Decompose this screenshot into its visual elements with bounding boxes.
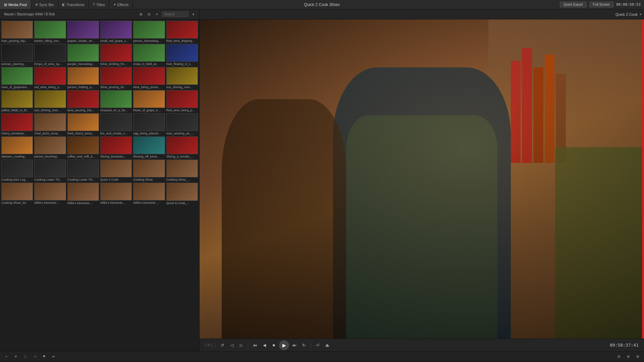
media-item[interactable]: Cooking Lower Thi... xyxy=(34,160,66,181)
media-item-label: Cooking Show xyxy=(133,178,165,181)
tl-split-button[interactable]: ⌶ xyxy=(21,353,29,360)
media-item-label: Cooking Show_tvc xyxy=(1,201,33,204)
media-item[interactable]: Cooking Intro Log... xyxy=(1,160,33,181)
media-item-label: man_wearing_an_... xyxy=(166,132,198,135)
media-item[interactable]: Millie's Moments ... xyxy=(67,183,99,204)
loop-button[interactable]: ↺ xyxy=(218,341,226,349)
media-item[interactable]: Cooking Lower Thi... xyxy=(67,160,99,181)
media-item[interactable]: fried_cherry_toma... xyxy=(67,113,99,135)
media-item-label: Quick 2 Cook xyxy=(100,178,132,181)
stop-button[interactable]: ■ xyxy=(270,341,278,349)
tab-transitions[interactable]: ◧ Transitions xyxy=(58,0,89,9)
media-item[interactable]: person_brushing... xyxy=(34,136,66,158)
media-item[interactable]: Millie's Moments ... xyxy=(100,183,132,204)
media-item[interactable]: red_wine_being_p... xyxy=(34,67,66,89)
grid-view-button[interactable]: ⊟ xyxy=(146,11,152,18)
mark-out-button[interactable]: ⏏ xyxy=(323,341,331,349)
step-back-button[interactable]: ◀ xyxy=(260,341,268,349)
media-item[interactable]: Millie's Moments ... xyxy=(34,183,66,204)
go-end-button[interactable]: ⏭ xyxy=(290,341,299,349)
media-item[interactable]: sun_shining_over... xyxy=(34,90,66,112)
viewer-dropdown-icon[interactable]: ▾ xyxy=(640,12,641,16)
media-item[interactable]: Drops_of_wine_sp... xyxy=(34,44,66,66)
media-item[interactable]: Red_wine_being_p... xyxy=(166,90,198,112)
media-item[interactable]: Quick 2 Cook xyxy=(100,160,132,181)
media-item[interactable]: small_red_grape_c... xyxy=(100,21,132,43)
media-item[interactable]: coffee_and_milk_b... xyxy=(67,136,99,158)
media-item[interactable]: vineyard_on_a_far... xyxy=(100,90,132,112)
viewer-label: Quick 2 Cook xyxy=(615,12,638,16)
media-item[interactable]: wine_pouring_into... xyxy=(67,90,99,112)
loop-section-button[interactable]: ↻ xyxy=(300,341,308,349)
media-item[interactable]: people_harvesting... xyxy=(67,44,99,66)
marker-next-button[interactable]: ▷ xyxy=(237,341,245,349)
media-item[interactable]: man_pouring_liqu... xyxy=(1,21,33,43)
media-item[interactable]: Wine_pouring_int... xyxy=(100,67,132,89)
media-item[interactable]: egg_being_placed... xyxy=(133,113,165,135)
mark-in-button[interactable]: ⏎ xyxy=(314,341,322,349)
timeline-toolbar-left: ＋ ✕ ⌶ ⊣ ⚑ ⇔ xyxy=(3,353,57,360)
tl-ripple-button[interactable]: ⇔ xyxy=(50,353,57,360)
full-screen-button[interactable]: Full Screen xyxy=(589,2,614,7)
search-input[interactable] xyxy=(162,11,189,17)
media-item[interactable]: fire_and_smoke_c... xyxy=(100,113,132,135)
quick-export-button[interactable]: Quick Export xyxy=(560,2,586,7)
media-item-label: egg_being_placed... xyxy=(133,132,165,135)
media-item[interactable]: grapes_cluster_on... xyxy=(67,21,99,43)
media-item[interactable]: Slicing_a_tomato_... xyxy=(166,136,198,158)
tab-media-pool[interactable]: ▤ Media Pool xyxy=(0,0,31,9)
preview-video xyxy=(200,19,644,339)
tab-effects[interactable]: ✦ Effects xyxy=(109,0,133,9)
tl-delete-button[interactable]: ✕ xyxy=(12,353,19,360)
media-item[interactable]: Cooking Show xyxy=(133,160,165,181)
media-item[interactable]: woman_opening... xyxy=(1,44,33,66)
media-item[interactable]: cherry_tomatoes... xyxy=(1,113,33,135)
media-item[interactable]: Chef_picks_toma... xyxy=(34,113,66,135)
tl-zoom-in-button[interactable]: ⊕ xyxy=(625,353,632,360)
media-item[interactable]: tractor_riding_ove... xyxy=(34,21,66,43)
titles-icon: T xyxy=(93,3,95,6)
tl-flag-button[interactable]: ⚑ xyxy=(40,353,48,360)
media-item-label: Cooking Lower Thi... xyxy=(34,178,66,181)
media-item[interactable]: Cooking Show_... xyxy=(166,160,198,181)
timeline-toolbar-right: ⊟ ⊕ ⊞ xyxy=(615,353,641,360)
media-item[interactable]: yellow_fields_in_bl... xyxy=(1,90,33,112)
media-item[interactable]: sun_shining_over... xyxy=(166,67,198,89)
media-item-label: Millie's Moments ... xyxy=(100,201,132,204)
media-item[interactable]: river_flowing_in_t... xyxy=(166,44,198,66)
media-item-label: Slicing_a_tomato_... xyxy=(166,155,198,158)
media-item-label: wine_being_poure... xyxy=(133,85,165,89)
preview-bg xyxy=(200,19,644,339)
toolbar-icons: ⊞ ⊟ ≡ ▾ xyxy=(138,11,197,18)
media-item[interactable]: Slicing_tomatoes... xyxy=(100,136,132,158)
filter-button[interactable]: ▾ xyxy=(190,11,197,18)
media-item[interactable]: Rinsing_off_toma... xyxy=(133,136,165,158)
media-item[interactable]: rows_of_grapevine... xyxy=(1,67,33,89)
media-item[interactable]: skewers_cooking... xyxy=(1,136,33,158)
sync-bin-icon: ⊕ xyxy=(35,3,38,6)
media-item[interactable]: Quick to Cook_... xyxy=(166,183,198,204)
media-item-label: Chef_picks_toma... xyxy=(34,132,66,135)
media-item[interactable]: wine_being_poure... xyxy=(133,67,165,89)
media-item[interactable]: Wine_trickling_fro... xyxy=(100,44,132,66)
media-item[interactable]: man_wearing_an_... xyxy=(166,113,198,135)
tl-trim-button[interactable]: ⊣ xyxy=(31,353,38,360)
sort-button[interactable]: ≡ xyxy=(154,11,160,18)
media-item[interactable]: person_holding_a... xyxy=(67,67,99,89)
media-item[interactable]: Rows_of_grape_tr... xyxy=(133,90,165,112)
list-view-button[interactable]: ⊞ xyxy=(138,11,144,18)
tab-sync-bin[interactable]: ⊕ Sync Bin xyxy=(31,0,58,9)
tl-zoom-out-button[interactable]: ⊟ xyxy=(615,353,623,360)
play-button[interactable]: ▶ xyxy=(279,340,289,350)
go-start-button[interactable]: ⏮ xyxy=(251,341,259,349)
media-item[interactable]: Cooking Show_tvc xyxy=(1,183,33,204)
media-item[interactable]: crops_in_field_at... xyxy=(133,44,165,66)
tl-fit-button[interactable]: ⊞ xyxy=(634,353,641,360)
main-layout: Master / Blackmagic RAW / B Roll ⊞ ⊟ ≡ ▾… xyxy=(0,9,644,351)
media-item[interactable]: Millie's Moments ... xyxy=(133,183,165,204)
tl-add-track-button[interactable]: ＋ xyxy=(3,353,10,360)
media-item[interactable]: person_harvesting... xyxy=(133,21,165,43)
tab-titles[interactable]: T Titles xyxy=(89,0,109,9)
marker-prev-button[interactable]: ◁ xyxy=(228,341,236,349)
media-item[interactable]: Red_wine_dripping... xyxy=(166,21,198,43)
